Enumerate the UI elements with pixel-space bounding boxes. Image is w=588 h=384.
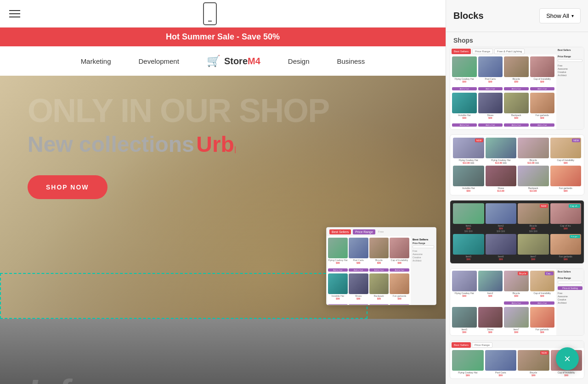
fp-img-7: [369, 273, 389, 294]
sc5-btn-bestsellers[interactable]: Best Sellers: [452, 342, 471, 348]
sc1-add-5[interactable]: Add to Cart: [452, 123, 477, 127]
hamburger-menu[interactable]: [9, 10, 20, 17]
fp-add-6[interactable]: Add to Cart: [349, 304, 368, 305]
sidebar-scroll-area[interactable]: Best Sellers Price Range Free & Paid Lig…: [446, 47, 588, 384]
sc2-item-4: NEW Cap of Invisibility $99: [550, 138, 582, 164]
sc1-img-2: [478, 56, 503, 77]
sc4-layout: Flying Cowboy Hat $99 Item2 $99 Bicycle …: [450, 269, 584, 335]
fp-btn-bestsellers[interactable]: Best Sellers: [329, 229, 351, 234]
mobile-preview-icon[interactable]: [203, 2, 217, 25]
shop-card-1[interactable]: Best Sellers Price Range Free & Paid Lig…: [450, 47, 584, 130]
sc2-img-5: [453, 166, 484, 186]
sc1-btn-free[interactable]: Free & Paid Lighting: [494, 49, 525, 54]
close-icon: ×: [564, 352, 571, 365]
fp-btn-free[interactable]: Free: [377, 229, 384, 234]
sc4-add-3[interactable]: Add to Cart: [504, 301, 529, 305]
announcement-text: Hot Summer Sale - Save 50%: [166, 32, 280, 41]
sc3-img-6: [486, 234, 517, 255]
sc1-add-8[interactable]: Add to Cart: [530, 123, 555, 127]
sc1-btn-pricerange[interactable]: Price Range: [472, 49, 493, 54]
sc1-add-1[interactable]: Add to Cart: [452, 87, 477, 90]
sc1-add-4[interactable]: Add to Cart: [530, 87, 555, 90]
fp-add-1[interactable]: Add to Cart: [328, 268, 348, 272]
sc1-item-3: Bicycle $99 Add to Cart: [504, 56, 529, 91]
sc5-item-2: Pool Carts $99: [485, 350, 517, 377]
sc1-img-5: [452, 93, 477, 113]
sc1-sidebar: Best Sellers Price Range Free Awesome Cr…: [556, 47, 584, 129]
sc4-price-input[interactable]: [558, 281, 582, 284]
fp-add-2[interactable]: Add to Cart: [349, 268, 368, 272]
sidebar-header: Blocks Show All ▾: [446, 0, 588, 32]
hero-content: Only in our shop New collections Urb| SH…: [28, 94, 329, 199]
shop-card-2[interactable]: NEW Flying Cowboy Hat $13.99 $$$ Flying …: [450, 134, 584, 195]
nav-design[interactable]: Design: [288, 57, 310, 65]
sc2-item-8: Fun garlands $99: [550, 166, 582, 192]
main-area: Hot Summer Sale - Save 50% Marketing Dev…: [0, 0, 446, 384]
shop-card-3[interactable]: Item1 $99 $99 $99 Item2 $99 $99 $99 NEW …: [450, 200, 584, 264]
sidebar-section-shops: Shops: [446, 32, 588, 47]
sc4-item-6: Shoes $99: [478, 307, 503, 334]
sc4-filter-free: Free: [558, 292, 582, 295]
floating-preview-card[interactable]: Best Sellers Price Range Free Flying Cow…: [326, 227, 436, 305]
sc1-btn-bestsellers[interactable]: Best Sellers: [452, 49, 471, 54]
fp-img-6: [349, 273, 368, 294]
sc3-img-7: [518, 234, 549, 255]
hero-accent-text: Urb: [196, 132, 234, 156]
sc1-filter-free: Free: [558, 64, 582, 67]
nav-marketing[interactable]: Marketing: [81, 57, 111, 65]
sc2-img-3: [518, 138, 549, 158]
sc1-img-4: [530, 56, 555, 77]
fp-product-8: Fun garlands $99 Add to Cart: [390, 273, 409, 305]
sc1-item-4: Cap of Invisibility $99 Add to Cart: [530, 56, 555, 91]
close-button[interactable]: ×: [556, 347, 579, 370]
fp-img-4: [390, 238, 409, 258]
sc1-item-2: Pool Carts $99 Add to Cart: [478, 56, 503, 91]
sc3-img-1: [453, 203, 484, 224]
show-all-button[interactable]: Show All ▾: [539, 8, 581, 23]
fp-filter-creative: Creative: [413, 256, 434, 259]
sc1-add-2[interactable]: Add to Cart: [478, 87, 503, 90]
sc4-item-3: Bicycle Bicycle $99 Add to Cart: [504, 271, 529, 306]
fp-btn-pricerange[interactable]: Price Range: [353, 229, 375, 234]
sidebar: Blocks Show All ▾ Shops Best Sellers Pri…: [446, 0, 588, 384]
sc5-btn-pricerange[interactable]: Price Range: [472, 342, 492, 348]
hero-bottom-text: Infuse: [28, 372, 128, 384]
show-all-arrow: ▾: [571, 13, 574, 18]
sc4-item-4: Cap... Cap of Invisibility $99 Add to Ca…: [530, 271, 555, 306]
sc1-filter-creative: Creative: [558, 71, 582, 73]
sc3-badge-4: Cap of...: [569, 204, 580, 208]
sc4-item-8: Fun garlands $99: [530, 307, 555, 334]
sc3-item-2: Item2 $99 $99 $99: [486, 203, 517, 233]
shop-card-4[interactable]: Flying Cowboy Hat $99 Item2 $99 Bicycle …: [450, 268, 584, 336]
fp-add-7[interactable]: Add to Cart: [369, 304, 389, 305]
fp-sidebar-pricerange: Price Range: [413, 242, 434, 245]
hero-subtitle-text: New collections: [28, 132, 194, 156]
fp-add-8[interactable]: Add to Cart: [390, 304, 409, 305]
shop-now-button[interactable]: SHOP NOW: [28, 175, 107, 199]
sc1-price-input[interactable]: [558, 59, 582, 62]
fp-add-5[interactable]: Add to Cart: [328, 304, 348, 305]
sc4-add-4[interactable]: Add to Cart: [530, 301, 555, 305]
sc1-add-3[interactable]: Add to Cart: [504, 87, 529, 90]
sc3-badge-3: NEW: [540, 204, 548, 208]
fp-add-3[interactable]: Add to Cart: [369, 268, 389, 272]
nav-development[interactable]: Development: [138, 57, 179, 65]
sc4-badge-4: Cap...: [545, 272, 554, 275]
sc4-img-7: [504, 307, 529, 328]
sc5-header: Best Sellers Price Range: [450, 341, 584, 348]
sc1-add-7[interactable]: Add to Cart: [504, 123, 529, 127]
sc3-item-5: Item5 $99: [453, 234, 484, 261]
nav-bar: Marketing Development 🛒 StoreM4 Design B…: [0, 46, 446, 76]
fp-product-7: Backpack $99 Add to Cart: [369, 273, 389, 305]
fp-product-4: Cap of Invisibility $99 Add to Cart: [390, 238, 409, 273]
sc3-item-7: Item7 $99: [518, 234, 549, 261]
fp-price-input[interactable]: [413, 245, 434, 248]
nav-business[interactable]: Business: [337, 57, 365, 65]
sc3-item-6: Item6 $99: [486, 234, 517, 261]
sc4-item-7: Item7 $99: [504, 307, 529, 334]
sc1-add-6[interactable]: Add to Cart: [478, 123, 503, 127]
sc1-layout: Best Sellers Price Range Free & Paid Lig…: [450, 47, 584, 129]
sc5-item-3: NEW Bicycle $99: [518, 350, 549, 377]
fp-add-4[interactable]: Add to Cart: [390, 268, 409, 272]
fp-img-5: [328, 273, 348, 294]
